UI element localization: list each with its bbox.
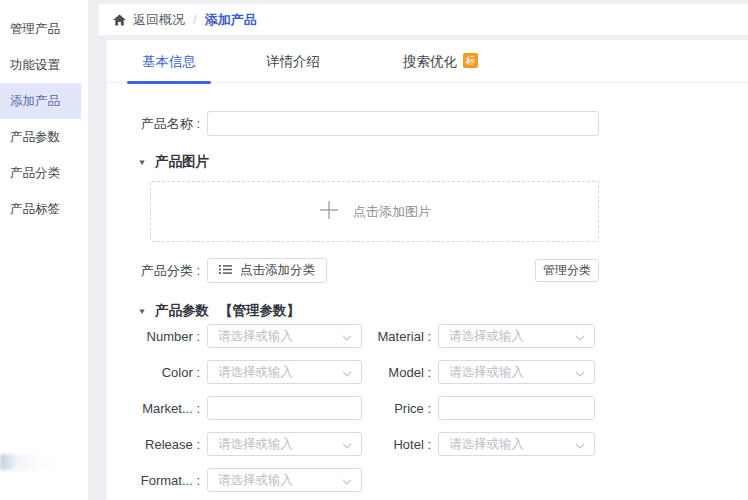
sidebar-item-product-tags[interactable]: 产品标签 xyxy=(0,191,81,227)
sidebar-item-label: 功能设置 xyxy=(10,57,60,74)
breadcrumb-back-link[interactable]: 返回概况 xyxy=(133,11,185,29)
plus-icon xyxy=(318,199,340,225)
select-placeholder: 请选择或输入 xyxy=(218,436,293,453)
param-grid: Number : 请选择或输入 Material : 请选择或输入 Color … xyxy=(127,324,595,492)
tab-details[interactable]: 详情介绍 xyxy=(251,40,335,83)
add-category-label: 点击添加分类 xyxy=(240,262,315,279)
tab-label: 基本信息 xyxy=(142,53,196,71)
param-label: Format... : xyxy=(127,473,200,488)
sidebar-menu: 管理产品 功能设置 添加产品 产品参数 产品分类 产品标签 xyxy=(0,0,88,227)
param-select[interactable]: 请选择或输入 xyxy=(207,468,362,492)
sidebar: 管理产品 功能设置 添加产品 产品参数 产品分类 产品标签 xyxy=(0,0,88,500)
param-label: Material : xyxy=(369,329,431,344)
param-select[interactable]: 请选择或输入 xyxy=(438,324,595,348)
product-category-label: 产品分类 : xyxy=(127,262,200,280)
param-select[interactable]: 请选择或输入 xyxy=(438,432,595,456)
sidebar-item-product-params[interactable]: 产品参数 xyxy=(0,119,81,155)
tab-bar: 基本信息 详情介绍 搜索优化 标 xyxy=(107,40,748,83)
select-placeholder: 请选择或输入 xyxy=(449,364,524,381)
param-label: Release : xyxy=(127,437,200,452)
content-card: 基本信息 详情介绍 搜索优化 标 产品名称 : ▼ 产品图片 点击添加图片 产品… xyxy=(107,40,748,500)
product-images-section-label: 产品图片 xyxy=(155,153,209,171)
param-label: Model : xyxy=(369,365,431,380)
sidebar-item-label: 管理产品 xyxy=(10,21,60,38)
sidebar-item-label: 产品参数 xyxy=(10,129,60,146)
sidebar-item-feature-settings[interactable]: 功能设置 xyxy=(0,47,81,83)
product-name-row: 产品名称 : xyxy=(127,111,599,136)
chevron-down-icon xyxy=(342,471,352,489)
param-label: Color : xyxy=(127,365,200,380)
param-input[interactable] xyxy=(207,396,362,420)
breadcrumb-current: 添加产品 xyxy=(205,11,257,29)
sidebar-item-product-categories[interactable]: 产品分类 xyxy=(0,155,81,191)
sidebar-item-label: 产品标签 xyxy=(10,201,60,218)
param-select[interactable]: 请选择或输入 xyxy=(207,432,362,456)
chevron-down-icon xyxy=(575,435,585,453)
tab-search-optimization[interactable]: 搜索优化 标 xyxy=(388,40,493,83)
param-label: Hotel : xyxy=(369,437,431,452)
caret-down-icon: ▼ xyxy=(137,158,146,167)
select-placeholder: 请选择或输入 xyxy=(449,328,524,345)
select-placeholder: 请选择或输入 xyxy=(218,472,293,489)
manage-params-link[interactable]: 【管理参数】 xyxy=(219,302,300,320)
product-params-section-label[interactable]: 产品参数 xyxy=(155,302,209,320)
sidebar-item-add-product[interactable]: 添加产品 xyxy=(0,83,81,119)
param-select[interactable]: 请选择或输入 xyxy=(207,360,362,384)
tab-label: 详情介绍 xyxy=(266,53,320,71)
param-label: Price : xyxy=(369,401,431,416)
upload-label: 点击添加图片 xyxy=(353,203,431,221)
select-placeholder: 请选择或输入 xyxy=(218,328,293,345)
tab-basic-info[interactable]: 基本信息 xyxy=(127,40,211,83)
product-params-section-header: ▼ 产品参数 【管理参数】 xyxy=(138,302,300,320)
image-upload-area[interactable]: 点击添加图片 xyxy=(150,181,599,242)
select-placeholder: 请选择或输入 xyxy=(449,436,524,453)
add-category-button[interactable]: 点击添加分类 xyxy=(207,258,327,283)
chevron-down-icon xyxy=(342,363,352,381)
basic-info-panel: 产品名称 : ▼ 产品图片 点击添加图片 产品分类 : 点击添加 xyxy=(107,83,748,500)
param-select[interactable]: 请选择或输入 xyxy=(207,324,362,348)
product-category-row: 产品分类 : 点击添加分类 管理分类 xyxy=(127,258,599,283)
caret-down-icon: ▼ xyxy=(137,307,146,316)
param-input[interactable] xyxy=(438,396,595,420)
product-name-label: 产品名称 : xyxy=(127,115,200,133)
sidebar-artifact xyxy=(0,454,58,470)
breadcrumb: 返回概况 / 添加产品 xyxy=(99,4,748,35)
breadcrumb-separator: / xyxy=(193,12,197,27)
chevron-down-icon xyxy=(575,363,585,381)
param-select[interactable]: 请选择或输入 xyxy=(438,360,595,384)
manage-category-label: 管理分类 xyxy=(543,263,591,277)
list-icon xyxy=(219,264,232,278)
param-label: Market... : xyxy=(127,401,200,416)
chevron-down-icon xyxy=(342,327,352,345)
sidebar-item-label: 产品分类 xyxy=(10,165,60,182)
sidebar-item-label: 添加产品 xyxy=(10,93,60,110)
product-images-section-header[interactable]: ▼ 产品图片 xyxy=(138,153,209,171)
product-name-input[interactable] xyxy=(207,111,599,136)
select-placeholder: 请选择或输入 xyxy=(218,364,293,381)
tab-badge: 标 xyxy=(463,53,478,68)
chevron-down-icon xyxy=(575,327,585,345)
home-icon[interactable] xyxy=(113,14,126,26)
sidebar-item-manage-products[interactable]: 管理产品 xyxy=(0,11,81,47)
param-label: Number : xyxy=(127,329,200,344)
chevron-down-icon xyxy=(342,435,352,453)
tab-label: 搜索优化 xyxy=(403,53,457,71)
manage-category-button[interactable]: 管理分类 xyxy=(535,259,599,282)
